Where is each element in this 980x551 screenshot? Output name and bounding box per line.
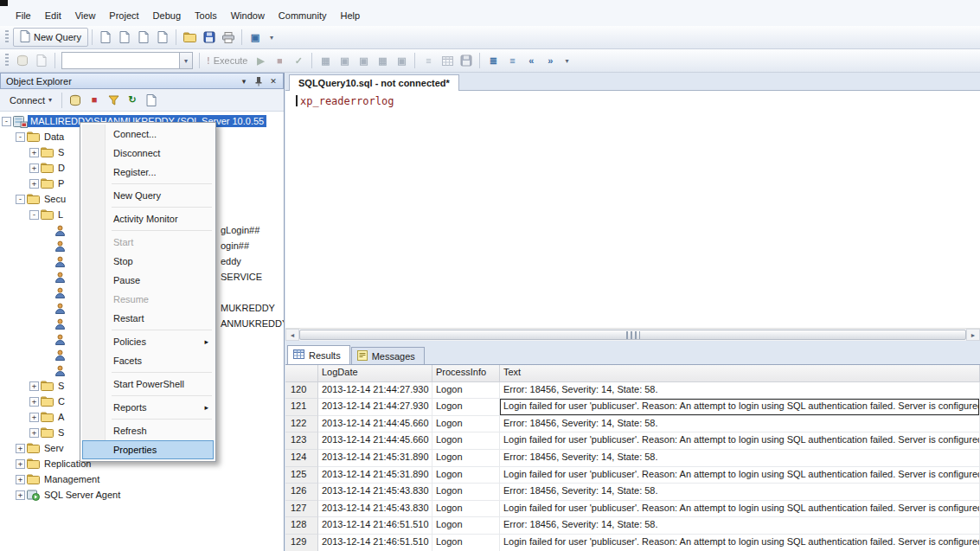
grid-column-header-processinfo[interactable]: ProcessInfo xyxy=(432,365,500,382)
grid-cell-text[interactable]: Login failed for user 'publicuser'. Reas… xyxy=(500,535,980,551)
increase-indent-icon[interactable]: » xyxy=(541,51,560,70)
grid-cell-text[interactable]: Login failed for user 'publicuser'. Reas… xyxy=(500,467,980,484)
grid-cell-text[interactable]: Error: 18456, Severity: 14, State: 58. xyxy=(500,517,980,535)
connect-button[interactable]: Connect ▾ xyxy=(3,91,58,110)
grid-cell-processinfo[interactable]: Logon xyxy=(432,535,500,551)
expand-toggle-icon[interactable]: + xyxy=(29,163,39,173)
script-icon[interactable] xyxy=(142,91,161,110)
expand-toggle-icon[interactable]: - xyxy=(29,210,39,220)
menu-help[interactable]: Help xyxy=(333,7,367,26)
horizontal-scrollbar[interactable]: ◄ ► xyxy=(285,328,980,341)
grid-row-number[interactable]: 121 xyxy=(285,399,318,416)
close-icon[interactable]: ✕ xyxy=(266,75,280,87)
context-menu-item-register[interactable]: Register... xyxy=(82,163,214,182)
menu-project[interactable]: Project xyxy=(102,7,145,26)
analysis-services-dmx-query-icon[interactable] xyxy=(134,28,153,47)
grid-corner[interactable] xyxy=(285,365,318,382)
grid-column-header-text[interactable]: Text xyxy=(500,365,980,382)
grid-cell-text[interactable]: Error: 18456, Severity: 14, State: 58. xyxy=(500,484,980,501)
context-menu-item-restart[interactable]: Restart xyxy=(82,309,214,328)
context-menu-item-connect[interactable]: Connect... xyxy=(82,125,214,144)
analysis-services-mdx-query-icon[interactable] xyxy=(115,28,134,47)
analysis-services-xmla-query-icon[interactable] xyxy=(153,28,172,47)
grid-cell-text[interactable]: Login failed for user 'publicuser'. Reas… xyxy=(500,432,980,450)
context-menu-item-policies[interactable]: Policies▸ xyxy=(82,332,214,351)
grid-row-number[interactable]: 127 xyxy=(285,501,318,518)
expand-toggle-icon[interactable]: + xyxy=(29,413,39,422)
grid-cell-logdate[interactable]: 2013-12-14 21:46:51.510 xyxy=(318,535,432,551)
context-menu-item-facets[interactable]: Facets xyxy=(82,351,214,370)
disconnect-icon[interactable] xyxy=(66,91,85,110)
window-position-icon[interactable]: ▾ xyxy=(237,75,251,87)
tab-sqlquery10[interactable]: SQLQuery10.sql - not connected* xyxy=(289,74,459,91)
grid-cell-logdate[interactable]: 2013-12-14 21:44:45.660 xyxy=(318,432,432,450)
grid-cell-text[interactable]: Error: 18456, Severity: 14, State: 58. xyxy=(500,416,980,433)
activity-monitor-icon[interactable]: ▣ xyxy=(246,28,265,47)
refresh-icon[interactable]: ↻ xyxy=(123,91,142,110)
toolbar-overflow-icon[interactable]: ▾ xyxy=(267,34,276,42)
context-menu-item-properties[interactable]: Properties xyxy=(82,440,214,459)
context-menu-item-disconnect[interactable]: Disconnect xyxy=(82,144,214,163)
grid-column-header-logdate[interactable]: LogDate xyxy=(318,365,432,382)
expand-toggle-icon[interactable]: + xyxy=(29,397,39,407)
toolbar-grip[interactable] xyxy=(5,54,9,67)
new-query-button[interactable]: New Query xyxy=(13,28,88,47)
grid-row-number[interactable]: 124 xyxy=(285,450,318,467)
grid-cell-logdate[interactable]: 2013-12-14 21:45:43.830 xyxy=(318,501,432,518)
combo-dropdown-icon[interactable]: ▾ xyxy=(179,53,192,68)
grid-cell-text[interactable]: Error: 18456, Severity: 14, State: 58. xyxy=(500,382,980,400)
grid-cell-processinfo[interactable]: Logon xyxy=(432,501,500,518)
context-menu-item-stop[interactable]: Stop xyxy=(82,252,214,271)
stop-icon[interactable]: ■ xyxy=(85,91,104,110)
grid-cell-logdate[interactable]: 2013-12-14 21:45:31.890 xyxy=(318,450,432,467)
expand-toggle-icon[interactable]: - xyxy=(16,195,25,204)
results-tab-results[interactable]: Results xyxy=(287,345,350,364)
tree-item-management[interactable]: +Management xyxy=(0,471,284,487)
menu-tools[interactable]: Tools xyxy=(188,7,224,26)
grid-row-number[interactable]: 122 xyxy=(285,416,318,433)
grid-cell-logdate[interactable]: 2013-12-14 21:46:51.510 xyxy=(318,517,432,535)
grid-cell-logdate[interactable]: 2013-12-14 21:44:45.660 xyxy=(318,416,432,433)
decrease-indent-icon[interactable]: « xyxy=(522,51,541,70)
menu-edit[interactable]: Edit xyxy=(38,7,68,26)
grid-cell-processinfo[interactable]: Logon xyxy=(432,416,500,433)
expand-toggle-icon[interactable]: + xyxy=(16,459,25,469)
grid-cell-logdate[interactable]: 2013-12-14 21:44:27.930 xyxy=(318,399,432,416)
grid-cell-logdate[interactable]: 2013-12-14 21:45:31.890 xyxy=(318,467,432,484)
menu-debug[interactable]: Debug xyxy=(146,7,188,26)
context-menu-item-pause[interactable]: Pause xyxy=(82,271,214,290)
sql-editor[interactable]: xp_readerrorlog xyxy=(285,91,980,328)
expand-toggle-icon[interactable]: + xyxy=(29,179,39,189)
grid-row-number[interactable]: 126 xyxy=(285,484,318,501)
results-tab-messages[interactable]: Messages xyxy=(351,347,425,364)
grid-cell-processinfo[interactable]: Logon xyxy=(432,382,500,400)
expand-toggle-icon[interactable]: + xyxy=(16,490,25,500)
context-menu-item-new-query[interactable]: New Query xyxy=(82,186,214,205)
print-icon[interactable] xyxy=(219,28,238,47)
grid-cell-text[interactable]: Error: 18456, Severity: 14, State: 58. xyxy=(500,450,980,467)
toolbar-overflow-icon[interactable]: ▾ xyxy=(562,57,571,65)
expand-toggle-icon[interactable]: - xyxy=(16,132,25,142)
expand-toggle-icon[interactable]: + xyxy=(29,428,39,438)
expand-toggle-icon[interactable]: + xyxy=(29,148,39,157)
scroll-right-icon[interactable]: ► xyxy=(966,329,980,341)
grid-cell-processinfo[interactable]: Logon xyxy=(432,432,500,450)
grid-cell-processinfo[interactable]: Logon xyxy=(432,517,500,535)
menu-window[interactable]: Window xyxy=(224,7,272,26)
grid-row-number[interactable]: 125 xyxy=(285,467,318,484)
database-engine-query-icon[interactable] xyxy=(96,28,115,47)
filter-icon[interactable] xyxy=(104,91,123,110)
menu-community[interactable]: Community xyxy=(272,7,334,26)
grid-row-number[interactable]: 120 xyxy=(285,382,318,400)
uncomment-icon[interactable]: ≡ xyxy=(503,51,522,70)
context-menu-item-reports[interactable]: Reports▸ xyxy=(82,398,214,417)
grid-cell-processinfo[interactable]: Logon xyxy=(432,450,500,467)
grid-cell-processinfo[interactable]: Logon xyxy=(432,399,500,416)
context-menu-item-refresh[interactable]: Refresh xyxy=(82,421,214,440)
save-icon[interactable] xyxy=(200,28,219,47)
database-combo[interactable]: ▾ xyxy=(61,52,193,69)
grid-cell-text[interactable]: Login failed for user 'publicuser'. Reas… xyxy=(500,399,980,416)
context-menu-item-activity-monitor[interactable]: Activity Monitor xyxy=(82,209,214,228)
expand-toggle-icon[interactable]: + xyxy=(16,444,25,453)
grid-row-number[interactable]: 129 xyxy=(285,535,318,551)
